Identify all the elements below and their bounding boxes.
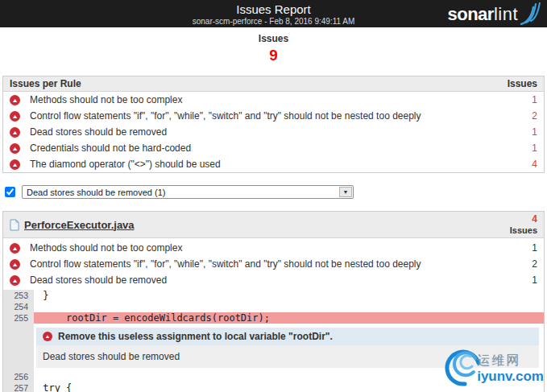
issues-column-header: Issues: [508, 78, 537, 89]
rule-filter-bar: Dead stores should be removed (1): [5, 185, 547, 199]
rule-row[interactable]: Methods should not be too complex 1: [3, 92, 544, 108]
issues-per-rule-table: Issues per Rule Issues Methods should no…: [2, 76, 545, 173]
file-issue-count: 4 Issues: [510, 214, 537, 235]
rule-count: 1: [532, 242, 537, 254]
line-number: 255: [3, 312, 34, 324]
iyunv-watermark-text: 运维网 iyunv.com: [477, 353, 544, 384]
issues-per-rule-title: Issues per Rule: [10, 78, 81, 89]
rule-row[interactable]: Control flow statements "if", "for", "wh…: [3, 256, 544, 272]
rule-count: 1: [532, 94, 537, 105]
code-text: }: [34, 290, 544, 301]
rule-label: Control flow statements "if", "for", "wh…: [30, 258, 532, 270]
report-banner: Issues Report sonar-scm-perforce - Feb 8…: [0, 0, 547, 27]
rule-count: 1: [532, 274, 537, 286]
file-title: PerforceExecutor.java: [10, 219, 135, 231]
file-issue-count-number: 4: [510, 214, 537, 225]
rule-label: Dead stores should be removed: [30, 126, 532, 138]
code-text: [34, 301, 544, 312]
sonarlint-logo: sonarlint: [447, 2, 541, 25]
issues-summary: Issues 9: [0, 27, 547, 64]
file-name-link[interactable]: PerforceExecutor.java: [24, 219, 135, 231]
critical-severity-icon: [10, 127, 20, 138]
code-line-highlighted: 255 rootDir = encodeWildcards(rootDir);: [3, 312, 544, 324]
rule-label: Methods should not be too complex: [30, 242, 532, 254]
rule-row[interactable]: Dead stores should be removed 1: [3, 124, 544, 140]
code-line: 254: [3, 301, 544, 312]
rule-row[interactable]: Methods should not be too complex 1: [3, 240, 544, 256]
logo-text-light: lint: [494, 4, 518, 25]
watermark-chinese-text: 运维网: [477, 353, 544, 369]
dropdown-arrow-icon[interactable]: [339, 187, 352, 197]
rule-count: 1: [532, 126, 537, 138]
code-line: 253 }: [3, 290, 544, 301]
critical-severity-icon: [10, 259, 20, 270]
rule-count: 2: [532, 258, 537, 270]
watermark-site-text: iyunv.com: [477, 369, 544, 384]
rule-label: Methods should not be too complex: [30, 94, 532, 105]
file-icon: [10, 219, 19, 231]
line-number: 253: [3, 290, 34, 301]
rule-filter-checkbox[interactable]: [5, 187, 15, 197]
rule-row[interactable]: Control flow statements "if", "for", "wh…: [3, 108, 544, 124]
rule-label: Dead stores should be removed: [30, 274, 532, 286]
file-issue-count-label: Issues: [510, 225, 537, 236]
rule-count: 1: [532, 142, 537, 154]
rule-count: 2: [532, 110, 537, 122]
rule-label: The diamond operator ("<>") should be us…: [30, 159, 532, 170]
iyunv-watermark: 运维网 iyunv.com: [443, 347, 544, 389]
file-rule-rows: Methods should not be too complex 1 Cont…: [3, 238, 544, 290]
line-number: 257: [3, 382, 34, 392]
logo-text-bold: sonar: [447, 4, 493, 25]
rule-row[interactable]: Dead stores should be removed 1: [3, 272, 544, 288]
sonarlint-waves-icon: [520, 2, 541, 25]
line-number: 254: [3, 301, 34, 312]
rule-row[interactable]: Credentials should not be hard-coded 1: [3, 140, 544, 156]
rule-count: 4: [532, 159, 537, 170]
rule-filter-selected-option: Dead stores should be removed (1): [27, 188, 165, 197]
issues-per-rule-header: Issues per Rule Issues: [3, 76, 544, 92]
critical-severity-icon: [10, 95, 20, 105]
gutter-spacer: [3, 324, 34, 371]
issue-message-text: Remove this useless assignment to local …: [58, 331, 333, 342]
critical-severity-icon: [10, 243, 20, 254]
critical-severity-icon: [10, 159, 20, 170]
issue-message-box: Remove this useless assignment to local …: [36, 328, 539, 345]
code-text: rootDir = encodeWildcards(rootDir);: [34, 312, 544, 324]
critical-severity-icon: [10, 275, 20, 286]
file-header: PerforceExecutor.java 4 Issues: [3, 212, 544, 238]
rule-label: Credentials should not be hard-coded: [30, 142, 532, 154]
rule-label: Control flow statements "if", "for", "wh…: [30, 110, 532, 122]
issues-summary-count: 9: [0, 47, 547, 64]
critical-severity-icon: [10, 111, 20, 122]
critical-severity-icon: [43, 332, 52, 341]
rule-row[interactable]: The diamond operator ("<>") should be us…: [3, 156, 544, 172]
issues-summary-label: Issues: [0, 33, 547, 44]
critical-severity-icon: [10, 143, 20, 154]
rule-filter-select[interactable]: Dead stores should be removed (1): [22, 185, 354, 199]
line-number: 256: [3, 371, 34, 382]
